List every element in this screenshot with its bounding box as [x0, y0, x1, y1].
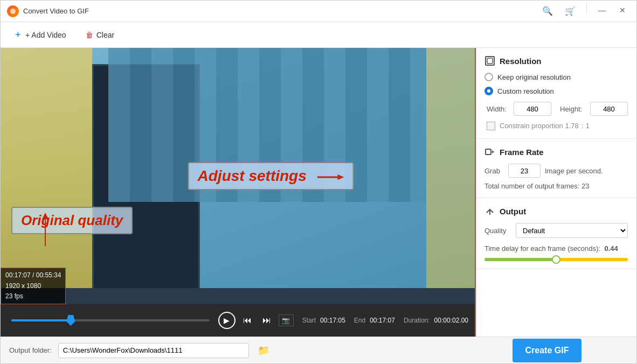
- framerate-title: Frame Rate: [500, 148, 544, 157]
- constrain-row: Constrain proportion 1.78：1: [484, 121, 628, 131]
- grab-input[interactable]: [508, 164, 541, 178]
- delay-label: Time delay for each frame (seconds):: [484, 244, 600, 253]
- svg-marker-2: [338, 174, 344, 180]
- height-input[interactable]: [590, 102, 628, 116]
- end-time: 00:17:07: [370, 317, 395, 324]
- total-frames: Total number of output frames: 23: [484, 182, 628, 190]
- framerate-section: Frame Rate Grab Image per second. Total …: [476, 139, 636, 198]
- svg-rect-4: [487, 58, 493, 64]
- constrain-checkbox[interactable]: [487, 122, 495, 130]
- keep-original-radio-circle: [484, 73, 493, 81]
- main-content: Original quality Adjust settings: [1, 48, 636, 337]
- step-back-button[interactable]: ⏮: [240, 313, 255, 328]
- bottom-bar: Output folder: 📁 Create GIF: [1, 337, 636, 363]
- video-preview: Original quality Adjust settings: [1, 48, 475, 304]
- custom-resolution-radio-circle: [484, 87, 493, 95]
- app-title: Convert Video to GIF: [23, 7, 539, 15]
- step-forward-button[interactable]: ⏭: [259, 313, 274, 328]
- width-input[interactable]: [514, 102, 551, 116]
- right-panel: [426, 48, 475, 304]
- time-delay-slider[interactable]: [484, 258, 628, 261]
- svg-rect-5: [486, 149, 491, 155]
- app-window: Convert Video to GIF 🔍 🛒 — ✕ ＋ + Add Vid…: [0, 0, 637, 364]
- svg-point-0: [10, 9, 16, 14]
- start-label: Start: [302, 317, 316, 324]
- svg-marker-6: [492, 150, 494, 153]
- create-gif-button[interactable]: Create GIF: [513, 339, 582, 362]
- start-time: 00:17:05: [320, 317, 345, 324]
- add-icon: ＋: [13, 29, 22, 40]
- quality-select[interactable]: Default High Medium Low: [516, 223, 628, 238]
- snapshot-button[interactable]: 📷: [279, 314, 294, 326]
- dimension-row: Width: Height:: [484, 102, 628, 116]
- custom-resolution-label: Custom resolution: [497, 87, 554, 95]
- add-video-button[interactable]: ＋ + Add Video: [9, 27, 71, 43]
- add-video-label: + Add Video: [25, 31, 66, 39]
- controls-bar: ▶ ⏮ ⏭ 📷 Start 00:17:05 End 00:17:07 Dura…: [1, 304, 475, 337]
- video-resolution: 1920 x 1080: [5, 281, 61, 291]
- original-quality-overlay: Original quality: [11, 207, 133, 234]
- progress-thumb[interactable]: [66, 315, 75, 326]
- progress-fill: [11, 319, 71, 321]
- custom-resolution-radio[interactable]: Custom resolution: [484, 87, 628, 95]
- video-fps: 23 fps: [5, 291, 61, 302]
- duration-label: Duration:: [404, 317, 430, 324]
- output-path-input[interactable]: [58, 343, 250, 358]
- adjust-settings-overlay: Adjust settings: [188, 162, 354, 190]
- slider-thumb[interactable]: [552, 255, 560, 264]
- clear-button[interactable]: 🗑 Clear: [81, 29, 119, 41]
- resolution-title: Resolution: [500, 57, 542, 66]
- delay-value: 0.44: [604, 244, 618, 253]
- keep-original-label: Keep original resolution: [497, 73, 571, 81]
- time-current-total: 00:17:07 / 00:55:34: [5, 270, 61, 281]
- play-button[interactable]: ▶: [218, 312, 236, 329]
- resolution-section: Resolution Keep original resolution Cust…: [476, 48, 636, 139]
- video-container: Original quality Adjust settings: [1, 48, 475, 304]
- settings-panel: Resolution Keep original resolution Cust…: [475, 48, 636, 337]
- arrow-up-icon: [45, 214, 46, 246]
- resolution-header: Resolution: [484, 55, 628, 66]
- browse-folder-button[interactable]: 📁: [255, 343, 272, 358]
- radio-group-resolution: Keep original resolution Custom resoluti…: [484, 73, 628, 95]
- app-icon: [7, 5, 19, 17]
- grab-unit: Image per second.: [545, 167, 603, 175]
- title-bar: Convert Video to GIF 🔍 🛒 — ✕: [1, 1, 636, 22]
- grab-label: Grab: [484, 167, 504, 175]
- minimize-button[interactable]: —: [594, 3, 610, 18]
- create-gif-container: Create GIF: [466, 339, 628, 362]
- constrain-label: Constrain proportion 1.78：1: [500, 121, 590, 131]
- delay-row: Time delay for each frame (seconds): 0.4…: [484, 244, 628, 253]
- end-label: End: [354, 317, 365, 324]
- output-section: Output Quality Default High Medium Low T…: [476, 198, 636, 269]
- quality-label: Quality: [484, 227, 511, 235]
- clear-icon: 🗑: [86, 31, 93, 39]
- cart-icon-btn[interactable]: 🛒: [562, 3, 579, 20]
- floor: [1, 288, 475, 304]
- arrow-right-icon: [317, 167, 344, 185]
- output-icon: [484, 206, 495, 216]
- toolbar: ＋ + Add Video 🗑 Clear: [1, 22, 636, 48]
- adjust-settings-text: Adjust settings: [198, 167, 307, 185]
- output-folder-label: Output folder:: [9, 346, 52, 354]
- output-header: Output: [484, 206, 628, 216]
- left-panel: [1, 48, 92, 304]
- search-icon-btn[interactable]: 🔍: [539, 3, 556, 20]
- output-title: Output: [500, 207, 526, 216]
- framerate-header: Frame Rate: [484, 146, 628, 157]
- framerate-icon: [484, 146, 495, 157]
- resolution-icon: [484, 55, 495, 66]
- height-label: Height:: [560, 105, 586, 113]
- divider: [586, 3, 587, 13]
- keep-original-radio[interactable]: Keep original resolution: [484, 73, 628, 81]
- quality-row: Quality Default High Medium Low: [484, 223, 628, 238]
- time-info-overlay: 00:17:07 / 00:55:34 1920 x 1080 23 fps: [1, 268, 66, 304]
- title-controls: 🔍 🛒 — ✕: [539, 3, 630, 20]
- duration-value: 00:00:02.00: [434, 317, 468, 324]
- clear-label: Clear: [96, 31, 114, 39]
- grab-row: Grab Image per second.: [484, 164, 628, 178]
- width-label: Width:: [487, 105, 509, 113]
- progress-track[interactable]: [11, 319, 210, 321]
- close-button[interactable]: ✕: [615, 3, 630, 18]
- video-area: Original quality Adjust settings: [1, 48, 475, 337]
